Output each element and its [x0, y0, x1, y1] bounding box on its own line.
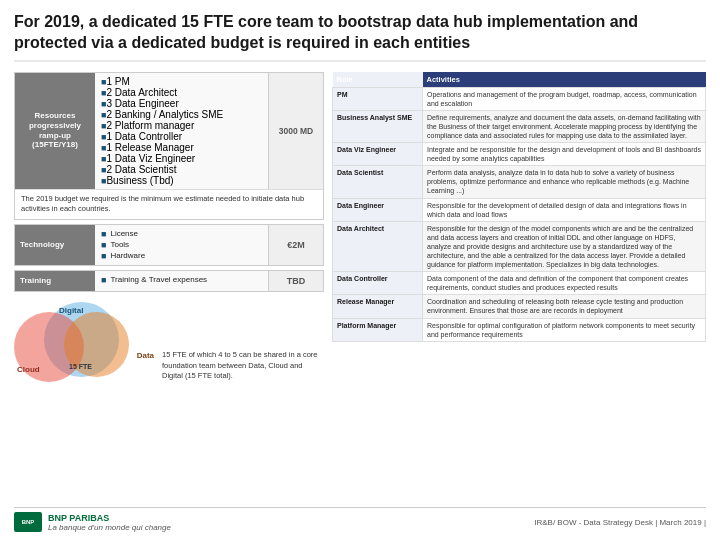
- table-row: Platform Manager Responsible for optimal…: [333, 318, 706, 341]
- footer-right-text: IR&B/ BOW - Data Strategy Desk | March 2…: [534, 518, 706, 527]
- main-content: Resources progressively ramp-up (15FTE/Y…: [14, 72, 706, 501]
- role-cell: PM: [333, 87, 423, 110]
- footer-tagline: La banque d'un monde qui change: [48, 523, 171, 532]
- resources-note: The 2019 budget we required is the minim…: [15, 189, 323, 219]
- activity-cell: Coordination and scheduling of releasing…: [423, 295, 706, 318]
- resources-top: Resources progressively ramp-up (15FTE/Y…: [15, 73, 323, 189]
- activity-cell: Responsible for the development of detai…: [423, 198, 706, 221]
- list-item: ■1 PM: [101, 76, 262, 87]
- list-item: ■1 Data Controller: [101, 131, 262, 142]
- col-role: Role: [333, 72, 423, 88]
- role-cell: Data Engineer: [333, 198, 423, 221]
- page: For 2019, a dedicated 15 FTE core team t…: [0, 0, 720, 540]
- bullet-icon: ■: [101, 240, 106, 250]
- technology-label: Technology: [15, 225, 95, 265]
- list-item: ■2 Data Scientist: [101, 164, 262, 175]
- bullet-icon: ■: [101, 275, 106, 285]
- table-row: PM Operations and management of the prog…: [333, 87, 706, 110]
- role-cell: Data Scientist: [333, 166, 423, 198]
- data-label: Data: [137, 351, 154, 360]
- role-cell: Platform Manager: [333, 318, 423, 341]
- activity-cell: Perform data analysis, analyze data in t…: [423, 166, 706, 198]
- data-fte-label: 15 FTE: [69, 363, 92, 370]
- list-item: ■1 Release Manager: [101, 142, 262, 153]
- table-row: Data Engineer Responsible for the develo…: [333, 198, 706, 221]
- role-cell: Release Manager: [333, 295, 423, 318]
- table-row: Business Analyst SME Define requirements…: [333, 110, 706, 142]
- right-panel: Role Activities PM Operations and manage…: [332, 72, 706, 501]
- list-item: ■Tools: [101, 240, 262, 250]
- training-items: ■Training & Travel expenses: [95, 271, 268, 291]
- list-item: ■2 Banking / Analytics SME: [101, 109, 262, 120]
- table-row: Release Manager Coordination and schedul…: [333, 295, 706, 318]
- training-cost: TBD: [268, 271, 323, 291]
- table-row: Data Architect Responsible for the desig…: [333, 221, 706, 271]
- venn-diagram: Digital Cloud Data 15 FTE: [14, 302, 154, 382]
- activity-cell: Data component of the data and definitio…: [423, 272, 706, 295]
- bottom-section: Digital Cloud Data 15 FTE 15 FTE of whic…: [14, 302, 324, 382]
- role-cell: Data Architect: [333, 221, 423, 271]
- resources-items: ■1 PM■2 Data Architect■3 Data Engineer■2…: [95, 73, 268, 189]
- page-title: For 2019, a dedicated 15 FTE core team t…: [14, 12, 706, 62]
- list-item: ■1 Data Viz Engineer: [101, 153, 262, 164]
- footer: BNP BNP PARIBAS La banque d'un monde qui…: [14, 507, 706, 532]
- left-panel: Resources progressively ramp-up (15FTE/Y…: [14, 72, 324, 501]
- activity-cell: Responsible for the design of the model …: [423, 221, 706, 271]
- role-cell: Data Controller: [333, 272, 423, 295]
- technology-cost: €2M: [268, 225, 323, 265]
- bnp-logo-icon: BNP: [14, 512, 42, 532]
- digital-label: Digital: [59, 306, 83, 315]
- technology-section: Technology ■License■Tools■Hardware €2M: [14, 224, 324, 266]
- roles-table: Role Activities PM Operations and manage…: [332, 72, 706, 342]
- footer-logo-area: BNP BNP PARIBAS La banque d'un monde qui…: [14, 512, 171, 532]
- resources-section: Resources progressively ramp-up (15FTE/Y…: [14, 72, 324, 220]
- activity-cell: Integrate and be responsible for the des…: [423, 143, 706, 166]
- training-label: Training: [15, 271, 95, 291]
- role-cell: Data Viz Engineer: [333, 143, 423, 166]
- activity-cell: Operations and management of the program…: [423, 87, 706, 110]
- list-item: ■2 Data Architect: [101, 87, 262, 98]
- venn-description: 15 FTE of which 4 to 5 can be shared in …: [162, 350, 324, 382]
- list-item: ■Hardware: [101, 251, 262, 261]
- training-section: Training ■Training & Travel expenses TBD: [14, 270, 324, 292]
- table-row: Data Scientist Perform data analysis, an…: [333, 166, 706, 198]
- activity-cell: Define requirements, analyze and documen…: [423, 110, 706, 142]
- technology-items: ■License■Tools■Hardware: [95, 225, 268, 265]
- list-item: ■2 Platform manager: [101, 120, 262, 131]
- list-item: ■Training & Travel expenses: [101, 275, 262, 285]
- role-cell: Business Analyst SME: [333, 110, 423, 142]
- footer-brand: BNP PARIBAS La banque d'un monde qui cha…: [48, 513, 171, 532]
- bnp-name: BNP PARIBAS: [48, 513, 171, 523]
- list-item: ■Business (Tbd): [101, 175, 262, 186]
- list-item: ■License: [101, 229, 262, 239]
- resources-cost: 3000 MD: [268, 73, 323, 189]
- table-row: Data Viz Engineer Integrate and be respo…: [333, 143, 706, 166]
- col-activities: Activities: [423, 72, 706, 88]
- resources-label: Resources progressively ramp-up (15FTE/Y…: [15, 73, 95, 189]
- table-row: Data Controller Data component of the da…: [333, 272, 706, 295]
- activity-cell: Responsible for optimal configuration of…: [423, 318, 706, 341]
- bullet-icon: ■: [101, 251, 106, 261]
- bullet-icon: ■: [101, 229, 106, 239]
- cloud-label: Cloud: [17, 365, 40, 374]
- list-item: ■3 Data Engineer: [101, 98, 262, 109]
